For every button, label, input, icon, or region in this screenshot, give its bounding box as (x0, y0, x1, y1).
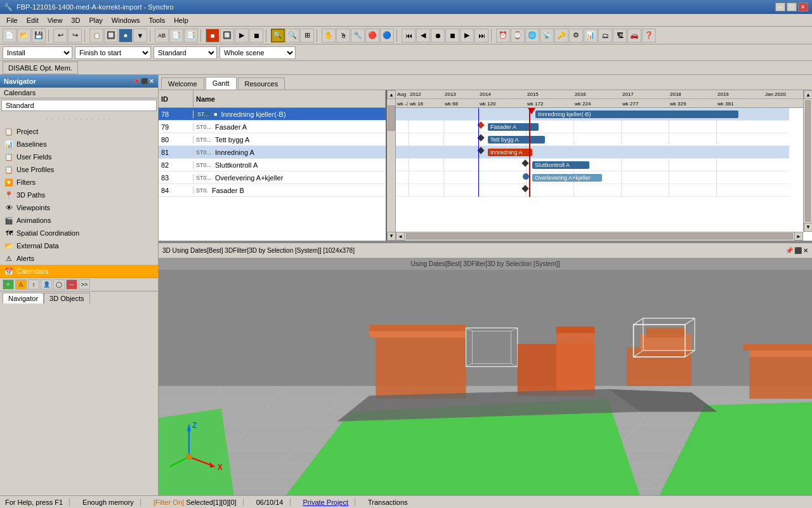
nav-more-button[interactable]: >> (79, 279, 90, 290)
gantt-chart[interactable]: Aug 2011 2012 2013 2014 2015 2016 2017 2… (396, 90, 812, 241)
tb-btn-21[interactable]: 🌐 (525, 29, 539, 43)
menu-play[interactable]: Play (85, 15, 106, 25)
whole-scene-dropdown[interactable]: Whole scene (219, 46, 296, 59)
vscroll-down-button[interactable]: ▼ (804, 223, 812, 232)
table-row[interactable]: 79 ST0... Fasader A (159, 121, 386, 133)
menu-edit[interactable]: Edit (23, 15, 43, 25)
tb-btn-12[interactable]: 🔍 (285, 29, 299, 43)
sidebar-item-useprofiles[interactable]: 📋 Use Profiles (0, 163, 158, 176)
view3d-content[interactable]: Z X (159, 270, 812, 495)
tab-3dobjects[interactable]: 3D Objects (44, 293, 89, 304)
table-row[interactable]: 80 ST0... Tett bygg A (159, 133, 386, 146)
sidebar-item-3dpaths[interactable]: 📍 3D Paths (0, 189, 158, 201)
tb-btn-8[interactable]: 🔲 (220, 29, 234, 43)
hscroll-thumb[interactable] (406, 233, 793, 239)
play-button[interactable]: ⏺ (431, 29, 445, 43)
tb-btn-25[interactable]: 📊 (584, 29, 598, 43)
table-row[interactable]: 84 ST0. Fasader B (159, 184, 386, 197)
maximize-button[interactable]: □ (787, 3, 797, 11)
gantt-hscrollbar[interactable]: ◄ ► (396, 232, 803, 241)
sidebar-item-alerts[interactable]: ⚠ Alerts (0, 252, 158, 265)
nav-remove-button[interactable]: ─ (66, 279, 77, 290)
table-row[interactable]: 78 ST... ■ Innredning kjeller(-B) (159, 108, 386, 121)
tb-btn-14[interactable]: ✋ (322, 29, 336, 43)
nav-move-button[interactable]: ↕ (28, 279, 39, 290)
menu-file[interactable]: File (3, 15, 22, 25)
tb-btn-23[interactable]: 🔑 (554, 29, 568, 43)
play-end-button[interactable]: ⏭ (475, 29, 488, 43)
sidebar-close-button[interactable]: ✕ (149, 78, 154, 84)
stop-button[interactable]: ⏹ (445, 29, 459, 43)
gantt-row-84[interactable] (396, 184, 789, 197)
tab-resources[interactable]: Resources (238, 77, 285, 90)
tb-btn-18[interactable]: 🔵 (380, 29, 394, 43)
tb-btn-3[interactable]: ■ (119, 29, 133, 43)
sidebar-item-spatial[interactable]: 🗺 Spatial Coordination (0, 227, 158, 239)
tb-btn-22[interactable]: 📡 (540, 29, 554, 43)
tb-btn-24[interactable]: ⚙ (569, 29, 583, 43)
nav-add-button[interactable]: + (3, 279, 14, 290)
tb-btn-15[interactable]: 🖱 (336, 29, 350, 43)
tb-btn-27[interactable]: 🏗 (613, 29, 627, 43)
table-row[interactable]: 82 ST0... Sluttkontroll A (159, 159, 386, 171)
view3d-controls[interactable]: 📌 ⬛ ✕ (785, 247, 808, 254)
window-controls[interactable]: ─ □ ✕ (775, 3, 808, 11)
sidebar-item-project[interactable]: 📋 Project (0, 125, 158, 138)
close-button[interactable]: ✕ (798, 3, 808, 11)
gantt-row-78[interactable]: Innredning kjeller(-B) (396, 108, 789, 121)
hscroll-right-button[interactable]: ► (794, 232, 803, 241)
minimize-button[interactable]: ─ (775, 3, 785, 11)
tb-btn-4[interactable]: ▼ (133, 29, 147, 43)
view3d-close-button[interactable]: ✕ (803, 247, 808, 254)
status-project[interactable]: Private Project (303, 498, 356, 506)
sidebar-item-external[interactable]: 📂 External Data (0, 239, 158, 252)
redo-button[interactable]: ↪ (68, 29, 82, 43)
tb-btn-2[interactable]: 🔲 (104, 29, 118, 43)
sidebar-item-viewpoints[interactable]: 👁 Viewpoints (0, 201, 158, 214)
table-row[interactable]: 81 ST0... Innredning A (159, 146, 386, 159)
tb-btn-7[interactable]: 📑 (184, 29, 198, 43)
view3d-pin-button[interactable]: 📌 (785, 247, 793, 254)
install-dropdown[interactable]: Install (3, 46, 72, 59)
sidebar-item-animations[interactable]: 🎬 Animations (0, 214, 158, 227)
sidebar-pin-button[interactable]: 📌 (133, 78, 140, 84)
tb-btn-6[interactable]: 📑 (169, 29, 183, 43)
tb-btn-16[interactable]: 🔧 (351, 29, 365, 43)
nav-shape-button[interactable]: ◯ (53, 279, 65, 290)
finish-to-dropdown[interactable]: Finish to start (75, 46, 151, 59)
scroll-thumb[interactable] (388, 105, 395, 131)
tb-btn-10[interactable]: ⏹ (249, 29, 263, 43)
tb-btn-17[interactable]: 🔴 (365, 29, 379, 43)
hscroll-left-button[interactable]: ◄ (396, 232, 405, 241)
tb-btn-28[interactable]: 🚗 (627, 29, 641, 43)
calendar-item-standard[interactable]: Standard (2, 100, 156, 110)
view3d-float-button[interactable]: ⬛ (794, 247, 802, 254)
tab-welcome[interactable]: Welcome (161, 77, 204, 90)
sidebar-item-calendars[interactable]: 📅 Calendars (0, 265, 158, 277)
open-button[interactable]: 📂 (17, 29, 31, 43)
disable-opt-mem-button[interactable]: DISABLE Opt. Mem. (3, 62, 78, 74)
table-row[interactable]: 83 ST0... Overlevering A+kjeller (159, 171, 386, 184)
gantt-row-79[interactable]: Fasader A (396, 121, 789, 133)
gantt-row-82[interactable]: Sluttkontroll A (396, 159, 789, 171)
sidebar-item-baselines[interactable]: 📊 Baselines (0, 138, 158, 150)
menu-tools[interactable]: Tools (145, 15, 169, 25)
gantt-row-81[interactable]: Innredning A (396, 146, 789, 159)
scroll-up-button[interactable]: ▲ (387, 90, 396, 99)
vscroll-up-button[interactable]: ▲ (804, 90, 812, 99)
scroll-down-button[interactable]: ▼ (387, 232, 396, 241)
tb-btn-5[interactable]: AB (155, 29, 169, 43)
gantt-row-83[interactable]: Overlevering A+kjeller (396, 171, 789, 184)
gantt-table-scrollbar[interactable]: ▲ ▼ (387, 90, 396, 241)
nav-user-button[interactable]: 👤 (41, 279, 52, 290)
tb-btn-26[interactable]: 🗂 (598, 29, 612, 43)
sidebar-item-userfields[interactable]: 📋 User Fields (0, 150, 158, 163)
menu-3d[interactable]: 3D (67, 15, 84, 25)
tb-btn-13[interactable]: ⊞ (300, 29, 314, 43)
play-prev-button[interactable]: ◀ (416, 29, 430, 43)
tb-btn-9[interactable]: ▶ (235, 29, 249, 43)
play-next-button[interactable]: ▶ (460, 29, 474, 43)
standard-dropdown[interactable]: Standard (154, 46, 217, 59)
tb-btn-red[interactable]: ■ (206, 29, 219, 43)
tab-navigator[interactable]: Navigator (3, 293, 44, 304)
